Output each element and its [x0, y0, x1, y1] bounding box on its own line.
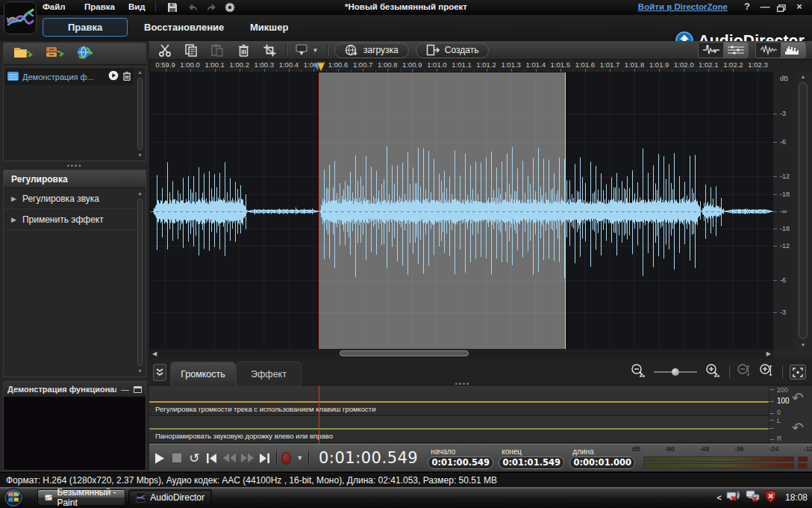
- length-field-value[interactable]: 0:00:01.000: [569, 456, 635, 469]
- ruler-tick: [733, 69, 734, 72]
- zoom-slider[interactable]: [654, 371, 697, 373]
- stop-button[interactable]: [171, 450, 183, 465]
- waveform-view-icon[interactable]: [756, 43, 781, 58]
- record-dropdown-icon[interactable]: ▼: [296, 454, 303, 462]
- horizontal-scrollbar[interactable]: ◀ ▶: [150, 349, 773, 359]
- playhead-marker-icon[interactable]: [313, 62, 325, 72]
- volume-keyframe-line[interactable]: [149, 401, 769, 403]
- rewind-button[interactable]: [223, 450, 236, 465]
- zoom-out-horizontal-icon[interactable]: [630, 363, 646, 381]
- divider: [781, 365, 782, 379]
- restore-button[interactable]: [775, 3, 788, 14]
- pan-lane-label: Панорамировать звуковую дорожку влево ил…: [155, 432, 333, 440]
- scrollbar-thumb[interactable]: [340, 350, 469, 356]
- loop-button[interactable]: ↺: [188, 450, 200, 465]
- save-icon[interactable]: [165, 1, 180, 13]
- expand-arrow-icon[interactable]: ▶: [11, 216, 16, 223]
- create-button[interactable]: Создать: [416, 43, 490, 58]
- security-alert-shield-icon[interactable]: [765, 490, 776, 506]
- fit-to-window-icon[interactable]: [790, 365, 806, 380]
- import-file-icon[interactable]: [13, 45, 33, 63]
- start-button[interactable]: [4, 488, 23, 508]
- settings-gear-icon[interactable]: [222, 1, 237, 13]
- delete-icon[interactable]: [234, 43, 253, 58]
- menu-edit[interactable]: Правка: [84, 2, 115, 11]
- media-item[interactable]: Демонстрация ф...: [5, 69, 134, 85]
- taskbar-button-audiodirector[interactable]: AudioDirector: [128, 489, 212, 506]
- volume-scale-200: 200: [777, 386, 788, 394]
- preview-restore-button[interactable]: [134, 386, 142, 393]
- skip-end-button[interactable]: [259, 450, 271, 465]
- tab-effect[interactable]: Эффект: [236, 362, 302, 385]
- waveform-handles-view-icon[interactable]: [699, 43, 723, 58]
- skip-start-button[interactable]: [205, 450, 217, 465]
- import-folder-icon[interactable]: [45, 45, 64, 63]
- spectrum-view-icon[interactable]: [781, 43, 805, 58]
- collapse-panel-button[interactable]: [153, 364, 166, 381]
- undo-icon[interactable]: [185, 1, 200, 13]
- play-clip-icon[interactable]: [108, 70, 119, 84]
- clip-indicator[interactable]: [798, 463, 808, 468]
- volume-muted-icon[interactable]: [726, 490, 741, 505]
- zoom-in-vertical-icon[interactable]: [759, 363, 774, 381]
- mode-tab-edit[interactable]: Правка: [43, 18, 128, 37]
- menu-view[interactable]: Вид: [128, 2, 146, 11]
- ruler-time-label: 1:00.8: [378, 61, 397, 69]
- play-button[interactable]: [154, 450, 166, 465]
- scroll-down-icon[interactable]: ▼: [135, 152, 145, 159]
- menu-file[interactable]: Файл: [43, 2, 66, 11]
- minimize-button[interactable]: —: [758, 1, 772, 12]
- cut-icon[interactable]: [155, 43, 175, 58]
- tab-volume[interactable]: Громкость: [170, 362, 236, 385]
- mode-tab-restore[interactable]: Восстановление: [144, 22, 224, 33]
- network-disconnected-icon[interactable]: [746, 490, 761, 505]
- help-button[interactable]: ?: [740, 1, 754, 12]
- delete-clip-icon[interactable]: [122, 70, 131, 84]
- media-scrollbar[interactable]: ▲ ▼: [135, 69, 145, 159]
- fast-forward-button[interactable]: [241, 450, 254, 465]
- clip-indicator[interactable]: [798, 456, 808, 462]
- redo-icon[interactable]: [204, 1, 219, 13]
- scroll-down-icon[interactable]: ▼: [135, 368, 145, 375]
- tray-expand-icon[interactable]: <: [717, 493, 722, 502]
- taskbar-button-paint[interactable]: Безымянный - Paint: [37, 489, 125, 506]
- marker-dropdown[interactable]: ▼: [293, 43, 320, 58]
- pan-keyframe-lane[interactable]: Панорамировать звуковую дорожку влево ил…: [149, 416, 769, 443]
- adjust-item-sound[interactable]: ▶ Регулировка звука: [4, 188, 137, 209]
- paste-icon[interactable]: [207, 43, 227, 58]
- waveform-display[interactable]: [150, 72, 773, 349]
- pan-keyframe-line[interactable]: [149, 428, 769, 430]
- ruler-time-label: 1:01.5: [551, 61, 570, 69]
- scroll-up-icon[interactable]: ▲: [135, 69, 145, 76]
- zoom-out-vertical-icon[interactable]: [737, 363, 752, 381]
- scroll-left-icon[interactable]: ◀: [152, 350, 157, 357]
- start-field-value[interactable]: 0:01:00.549: [428, 456, 493, 469]
- expand-arrow-icon[interactable]: ▶: [11, 195, 16, 202]
- mode-tab-mixer[interactable]: Микшер: [250, 22, 288, 33]
- reset-volume-icon[interactable]: ↶: [792, 391, 804, 405]
- zoom-in-horizontal-icon[interactable]: [705, 363, 721, 381]
- download-button[interactable]: загрузка: [334, 43, 409, 58]
- vertical-scrollbar[interactable]: ▲ ▼: [796, 72, 812, 349]
- timeline-ruler[interactable]: 0:59.91:00.01:00.11:00.21:00.31:00.41:00…: [150, 60, 773, 72]
- adjust-scrollbar[interactable]: ▲ ▼: [135, 190, 145, 375]
- copy-icon[interactable]: [181, 43, 201, 58]
- preview-minimize-button[interactable]: —: [121, 385, 129, 394]
- panel-resize-handle[interactable]: ••••: [67, 162, 83, 170]
- trim-icon[interactable]: [260, 43, 279, 58]
- keyframe-view-icon[interactable]: [723, 43, 748, 58]
- close-button[interactable]: ×: [793, 1, 806, 12]
- end-field-value[interactable]: 0:01:01.549: [499, 456, 564, 469]
- adjust-item-effect[interactable]: ▶ Применить эффект: [4, 209, 137, 230]
- clock[interactable]: 18:08: [785, 492, 808, 503]
- zoom-slider-knob[interactable]: [672, 368, 679, 376]
- scroll-up-icon[interactable]: ▲: [135, 190, 145, 197]
- scroll-down-icon[interactable]: ▼: [799, 342, 808, 347]
- record-button[interactable]: [281, 452, 291, 465]
- volume-keyframe-lane[interactable]: Регулировка громкости трека с использова…: [149, 386, 769, 416]
- directorzone-login-link[interactable]: Войти в DirectorZone: [638, 2, 728, 11]
- reset-pan-icon[interactable]: ↶: [792, 421, 804, 435]
- scroll-right-icon[interactable]: ▶: [766, 350, 771, 357]
- download-from-web-icon[interactable]: [76, 45, 94, 63]
- scroll-up-icon[interactable]: ▲: [799, 74, 808, 79]
